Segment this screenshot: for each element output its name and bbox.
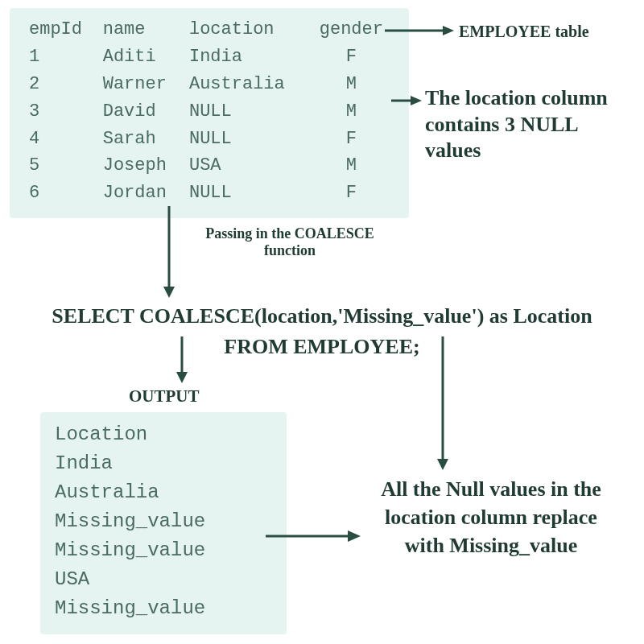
output-heading: OUTPUT [129, 386, 200, 407]
arrow-sql-to-result-icon [435, 336, 451, 472]
sql-line-2: FROM EMPLOYEE; [6, 332, 638, 362]
svg-marker-1 [443, 26, 454, 35]
arrow-sql-to-output-icon [174, 336, 190, 385]
table-row: 3 David NULL M [24, 98, 394, 126]
table-row: 4 Sarah NULL F [24, 126, 394, 153]
table-header-row: empId name location gender [24, 16, 394, 43]
table-row: 6 Jordan NULL F [24, 180, 394, 207]
sql-statement: SELECT COALESCE(location,'Missing_value'… [6, 301, 638, 361]
col-location: location [184, 16, 308, 43]
table-row: 5 Joseph USA M [24, 152, 394, 180]
table-row: 1 Aditi India F [24, 43, 394, 71]
passing-label: Passing in the COALESCE function [185, 225, 394, 259]
output-row: Missing_value [55, 507, 272, 536]
output-row: USA [55, 565, 272, 594]
arrow-to-table-label-icon [385, 23, 457, 39]
arrow-table-to-sql-icon [161, 206, 177, 299]
employee-table: empId name location gender 1 Aditi India… [10, 8, 409, 218]
output-table: Location India Australia Missing_value M… [40, 412, 287, 634]
arrow-output-to-result-icon [266, 528, 362, 544]
col-name: name [98, 16, 184, 43]
table-row: 2 Warner Australia M [24, 71, 394, 98]
svg-marker-11 [348, 530, 361, 542]
col-empid: empId [24, 16, 98, 43]
null-annotation: The location column contains 3 NULL valu… [425, 85, 634, 164]
arrow-to-null-annotation-icon [391, 93, 423, 108]
svg-marker-3 [411, 96, 422, 105]
output-header: Location [55, 420, 272, 449]
employee-table-label: EMPLOYEE table [459, 23, 589, 41]
output-row: Missing_value [55, 536, 272, 565]
output-row: Australia [55, 478, 272, 507]
result-annotation: All the Null values in the location colu… [370, 475, 612, 559]
svg-marker-7 [176, 372, 188, 383]
svg-marker-9 [437, 459, 448, 470]
svg-marker-5 [163, 287, 175, 298]
col-gender: gender [308, 16, 394, 43]
output-row: India [55, 449, 272, 478]
sql-line-1: SELECT COALESCE(location,'Missing_value'… [6, 301, 638, 332]
output-row: Missing_value [55, 594, 272, 623]
